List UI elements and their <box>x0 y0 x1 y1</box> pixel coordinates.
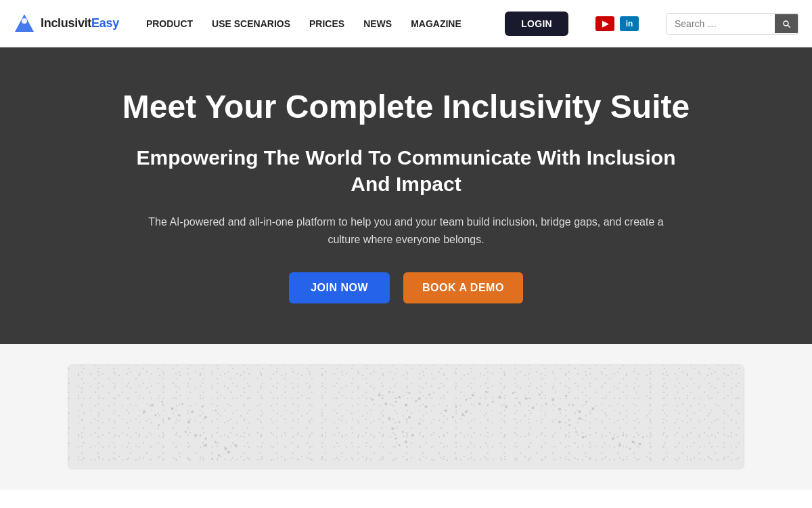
svg-point-46 <box>395 438 397 440</box>
svg-point-67 <box>591 408 594 410</box>
svg-point-32 <box>428 394 430 396</box>
svg-point-75 <box>622 435 624 437</box>
svg-point-9 <box>168 417 171 420</box>
svg-point-10 <box>178 415 180 417</box>
svg-point-37 <box>425 406 428 408</box>
svg-point-50 <box>485 391 487 393</box>
logo-text: InclusivitEasy <box>41 16 119 30</box>
logo[interactable]: InclusivitEasy <box>14 13 119 35</box>
svg-point-45 <box>411 434 414 437</box>
join-now-button[interactable]: JOIN NOW <box>289 272 390 303</box>
svg-point-77 <box>642 437 644 439</box>
svg-point-55 <box>551 399 554 402</box>
svg-point-18 <box>194 434 197 437</box>
svg-point-43 <box>391 427 394 430</box>
svg-point-70 <box>568 425 570 427</box>
svg-point-7 <box>191 410 194 413</box>
map-svg <box>68 365 744 469</box>
svg-point-15 <box>143 410 145 413</box>
youtube-icon[interactable]: ▶ <box>595 16 614 31</box>
svg-point-71 <box>579 417 581 420</box>
svg-point-48 <box>399 444 401 446</box>
svg-point-1 <box>22 18 27 24</box>
book-demo-button[interactable]: BOOK A DEMO <box>403 272 523 303</box>
svg-point-79 <box>629 448 631 450</box>
search-button[interactable] <box>775 14 798 33</box>
nav-link-use-scenarios[interactable]: USE SCENARIOS <box>212 18 290 29</box>
svg-point-84 <box>452 417 454 419</box>
svg-point-39 <box>388 417 390 420</box>
svg-point-35 <box>405 404 407 407</box>
svg-point-47 <box>405 441 407 444</box>
svg-point-24 <box>227 451 230 454</box>
content-section <box>0 344 812 490</box>
hero-description: The AI-powered and all-in-one platform t… <box>142 213 670 248</box>
svg-point-49 <box>472 394 474 397</box>
svg-point-61 <box>532 407 535 410</box>
svg-point-80 <box>639 443 641 446</box>
map-card <box>68 364 744 469</box>
nav-link-prices[interactable]: PRICES <box>309 18 344 29</box>
hero-title: Meet Your Complete Inclusivity Suite <box>122 88 690 125</box>
svg-point-81 <box>445 410 447 412</box>
linkedin-icon[interactable]: in <box>620 16 639 31</box>
svg-point-27 <box>378 394 381 397</box>
svg-point-25 <box>211 458 213 460</box>
svg-point-66 <box>585 401 587 403</box>
svg-point-74 <box>612 438 614 440</box>
svg-point-85 <box>461 413 464 416</box>
svg-point-19 <box>204 438 206 440</box>
svg-point-28 <box>388 391 390 393</box>
svg-point-29 <box>398 396 401 399</box>
svg-point-72 <box>575 431 577 433</box>
svg-point-30 <box>408 392 410 394</box>
svg-point-23 <box>218 454 220 457</box>
svg-point-82 <box>455 406 457 408</box>
svg-point-20 <box>204 444 207 447</box>
svg-point-76 <box>632 441 635 444</box>
world-map <box>68 365 744 469</box>
hero-section: Meet Your Complete Inclusivity Suite Emp… <box>0 47 812 344</box>
svg-point-68 <box>465 399 467 401</box>
svg-point-3 <box>151 404 154 407</box>
svg-point-4 <box>161 401 163 403</box>
nav-link-magazine[interactable]: MAGAZINE <box>411 18 461 29</box>
svg-point-64 <box>572 404 574 406</box>
search-icon <box>782 19 791 28</box>
svg-point-40 <box>399 421 401 423</box>
svg-point-58 <box>492 401 494 403</box>
svg-point-69 <box>558 421 561 423</box>
svg-point-78 <box>618 444 621 447</box>
svg-point-65 <box>579 410 581 413</box>
svg-point-52 <box>512 392 514 394</box>
svg-point-36 <box>415 400 417 402</box>
svg-point-59 <box>505 406 508 408</box>
svg-point-17 <box>185 431 187 433</box>
svg-point-44 <box>402 431 404 433</box>
svg-point-26 <box>234 444 237 447</box>
svg-point-38 <box>371 399 374 401</box>
logo-icon <box>14 13 35 35</box>
svg-point-56 <box>565 395 567 397</box>
login-button[interactable]: LOGIN <box>505 12 568 36</box>
svg-point-33 <box>384 403 387 406</box>
social-icons: ▶ in <box>595 16 639 31</box>
svg-point-54 <box>539 394 541 396</box>
svg-point-41 <box>408 416 411 419</box>
svg-point-14 <box>215 410 217 412</box>
svg-point-83 <box>465 410 468 413</box>
svg-point-62 <box>545 403 547 405</box>
search-input[interactable] <box>667 14 775 34</box>
svg-point-8 <box>201 406 203 408</box>
svg-point-51 <box>498 396 501 399</box>
svg-point-5 <box>171 408 174 410</box>
svg-point-12 <box>158 425 160 427</box>
svg-point-31 <box>418 398 421 400</box>
svg-point-60 <box>518 402 520 404</box>
nav-link-product[interactable]: PRODUCT <box>146 18 193 29</box>
svg-point-42 <box>418 423 420 425</box>
nav-link-news[interactable]: NEWS <box>363 18 392 29</box>
svg-point-73 <box>582 436 585 439</box>
nav-links: PRODUCT USE SCENARIOS PRICES NEWS MAGAZI… <box>146 18 484 29</box>
hero-subtitle: Empowering The World To Communicate With… <box>115 144 697 197</box>
